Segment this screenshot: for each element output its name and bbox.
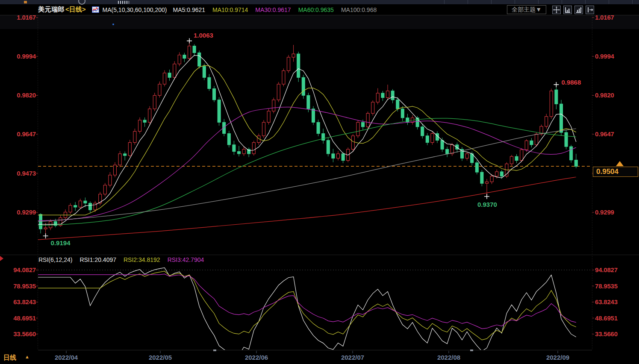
pane-resize-handle[interactable] — [470, 349, 473, 351]
blue-dot-marker — [112, 23, 114, 25]
pane-resize-handle[interactable] — [213, 349, 216, 351]
candlestick-chart-canvas[interactable] — [0, 0, 639, 364]
pane-marker-icon — [0, 256, 3, 261]
chart-app: 美元瑞郎 <日线> MA(5,10,30,60,100,200) MA5:0.9… — [0, 0, 639, 364]
